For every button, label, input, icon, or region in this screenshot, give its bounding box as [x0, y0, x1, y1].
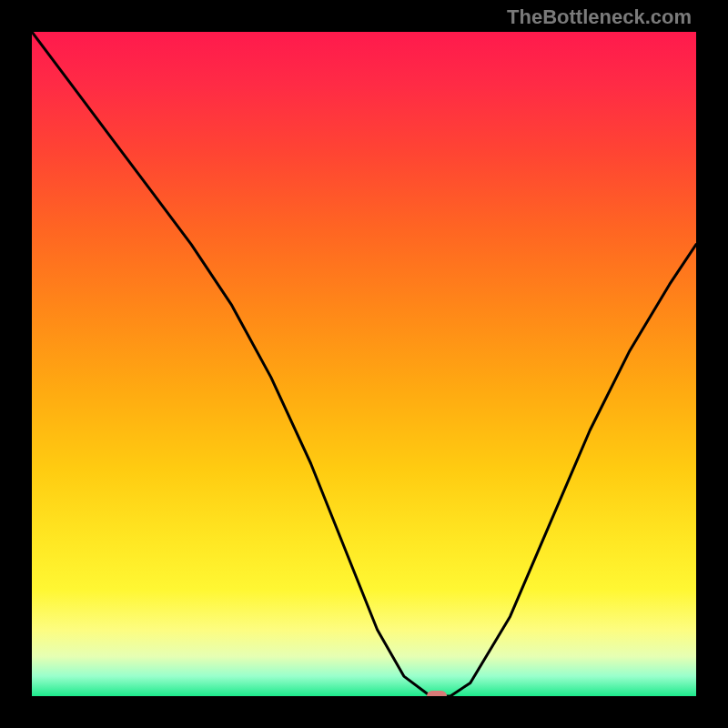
watermark-text: TheBottleneck.com	[507, 5, 692, 29]
optimal-point-marker	[427, 691, 447, 696]
bottleneck-curve	[32, 32, 696, 696]
chart-frame: TheBottleneck.com	[0, 0, 728, 728]
plot-area	[32, 32, 696, 696]
